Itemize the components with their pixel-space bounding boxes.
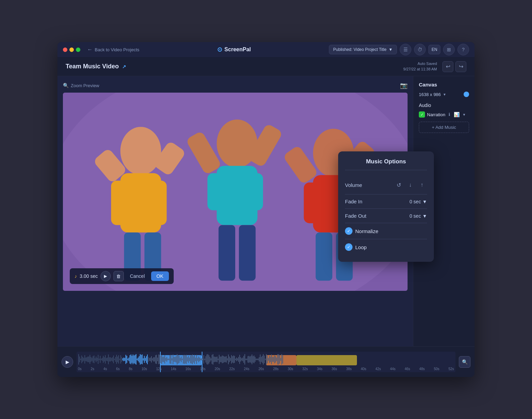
timestamp-label: 12s [156, 367, 162, 371]
timestamp-label: 34s [317, 367, 322, 371]
redo-button[interactable]: ↪ [455, 61, 466, 72]
timestamp-label: 50s [434, 367, 439, 371]
logo-text: ScreenPal [224, 46, 251, 53]
fade-in-value: 0 sec ▼ [410, 199, 427, 204]
loop-row[interactable]: ✓ Loop [345, 239, 427, 255]
volume-row: Volume ↺ ↓ ↑ [345, 176, 427, 194]
main-content: 🔍 Zoom Preview 📷 [57, 76, 475, 346]
resolution-row: 1638 x 986 ▼ [419, 92, 469, 97]
timestamp-label: 24s [244, 367, 249, 371]
language-button[interactable]: EN [428, 45, 440, 54]
auto-saved-date: 9/27/22 at 11:38 AM [403, 67, 437, 72]
chevron-down-icon: ▼ [388, 47, 393, 52]
narration-bars-icon[interactable]: 📊 [454, 112, 460, 117]
timestamp-label: 26s [258, 367, 264, 371]
resolution-text: 1638 x 986 [419, 92, 441, 97]
timestamp-label: 8s [129, 367, 133, 371]
volume-down-button[interactable]: ↓ [405, 180, 415, 190]
canvas-indicator [464, 92, 469, 97]
timeline-play-button[interactable]: ▶ [62, 356, 73, 368]
list-icon-button[interactable]: ☰ [400, 44, 411, 55]
undo-redo-controls: ↩ ↪ [442, 61, 466, 72]
fade-out-chevron-icon[interactable]: ▼ [422, 213, 427, 219]
fade-in-label: Fade In [345, 199, 410, 204]
svg-rect-14 [218, 225, 235, 281]
volume-up-button[interactable]: ↑ [417, 180, 427, 190]
timestamp-label: 4s [103, 367, 107, 371]
narration-check-icon[interactable]: ✓ [419, 111, 425, 118]
normalize-row[interactable]: ✓ Normalize [345, 223, 427, 239]
right-panel: Canvas 1638 x 986 ▼ Audio ✓ Narration ℹ … [413, 76, 475, 346]
back-arrow-icon: ← [87, 46, 93, 53]
project-header: Team Music Video ↗ Auto Saved 9/27/22 at… [57, 57, 475, 76]
fade-in-row: Fade In 0 sec ▼ [345, 194, 427, 209]
volume-controls: ↺ ↓ ↑ [394, 180, 427, 190]
camera-icon-button[interactable]: 📷 [400, 82, 408, 89]
timestamp-label: 48s [419, 367, 425, 371]
project-title-area: Team Music Video ↗ [66, 63, 126, 70]
timestamp-label: 36s [332, 367, 337, 371]
music-ok-button[interactable]: OK [151, 271, 169, 281]
timestamp-label: 6s [116, 367, 120, 371]
zoom-preview-button[interactable]: 🔍 Zoom Preview [63, 83, 99, 88]
title-bar-right: Published: Video Project Title ▼ ☰ ⏱ EN … [329, 44, 469, 55]
svg-rect-4 [111, 180, 133, 225]
music-cancel-button[interactable]: Cancel [127, 271, 148, 281]
music-play-button[interactable]: ▶ [101, 271, 111, 281]
svg-point-2 [120, 127, 161, 175]
loop-label: Loop [355, 244, 367, 250]
narration-label: Narration [427, 112, 445, 117]
undo-button[interactable]: ↩ [442, 61, 453, 72]
zoom-preview-label: Zoom Preview [71, 83, 99, 88]
timestamp-label: 46s [404, 367, 410, 371]
timestamp-label: 44s [390, 367, 396, 371]
logo-icon: ⊙ [217, 46, 222, 53]
layers-icon-button[interactable]: ⊞ [443, 44, 455, 55]
svg-rect-15 [239, 225, 256, 281]
timeline-track[interactable]: 0s2s4s6s8s10s12s14s16s18s20s22s24s26s28s… [77, 352, 455, 372]
timestamp-label: 16s [185, 367, 191, 371]
timestamp-label: 38s [346, 367, 351, 371]
svg-rect-20 [304, 183, 325, 223]
external-link-icon[interactable]: ↗ [122, 64, 126, 69]
fade-out-value: 0 sec ▼ [410, 213, 427, 219]
loop-check-icon: ✓ [345, 243, 353, 251]
close-button[interactable] [63, 48, 67, 52]
timestamp-label: 32s [302, 367, 308, 371]
normalize-check-icon: ✓ [345, 227, 353, 235]
music-options-popup: Music Options Volume ↺ ↓ ↑ Fade In 0 sec… [338, 151, 434, 262]
fade-in-chevron-icon[interactable]: ▼ [422, 199, 427, 204]
video-toolbar: 🔍 Zoom Preview 📷 [63, 82, 408, 89]
title-bar: ← Back to Video Projects ⊙ ScreenPal Pub… [57, 42, 475, 57]
timestamp-label: 22s [229, 367, 235, 371]
svg-rect-13 [241, 173, 263, 210]
help-icon-button[interactable]: ? [457, 44, 469, 55]
back-to-projects-button[interactable]: ← Back to Video Projects [87, 46, 139, 53]
app-window: ← Back to Video Projects ⊙ ScreenPal Pub… [57, 42, 475, 377]
volume-label: Volume [345, 182, 394, 188]
resolution-chevron-icon[interactable]: ▼ [443, 93, 446, 96]
popup-title: Music Options [345, 158, 427, 170]
music-delete-button[interactable]: 🗑 [114, 271, 124, 281]
narration-info-icon[interactable]: ℹ [449, 112, 450, 117]
timeline-timestamps: 0s2s4s6s8s10s12s14s16s18s20s22s24s26s28s… [77, 367, 455, 371]
timestamp-label: 42s [375, 367, 381, 371]
add-music-button[interactable]: + Add Music [419, 122, 469, 133]
svg-rect-22 [316, 232, 332, 281]
narration-chevron-icon[interactable]: ▼ [462, 113, 466, 117]
timestamp-label: 20s [215, 367, 220, 371]
narration-row: ✓ Narration ℹ 📊 ▼ [419, 111, 469, 118]
fullscreen-button[interactable] [76, 48, 80, 52]
canvas-label: Canvas [419, 82, 469, 87]
svg-rect-5 [144, 180, 167, 225]
timeline-search-button[interactable]: 🔍 [459, 356, 470, 368]
timestamp-label: 40s [361, 367, 366, 371]
history-icon-button[interactable]: ⏱ [414, 44, 426, 55]
timestamp-label: 30s [288, 367, 293, 371]
volume-reset-button[interactable]: ↺ [394, 180, 404, 190]
auto-saved-info: Auto Saved 9/27/22 at 11:38 AM [403, 61, 437, 72]
published-button[interactable]: Published: Video Project Title ▼ [329, 45, 397, 54]
minimize-button[interactable] [69, 48, 74, 52]
fade-out-label: Fade Out [345, 213, 410, 219]
timestamp-label: 18s [200, 367, 205, 371]
